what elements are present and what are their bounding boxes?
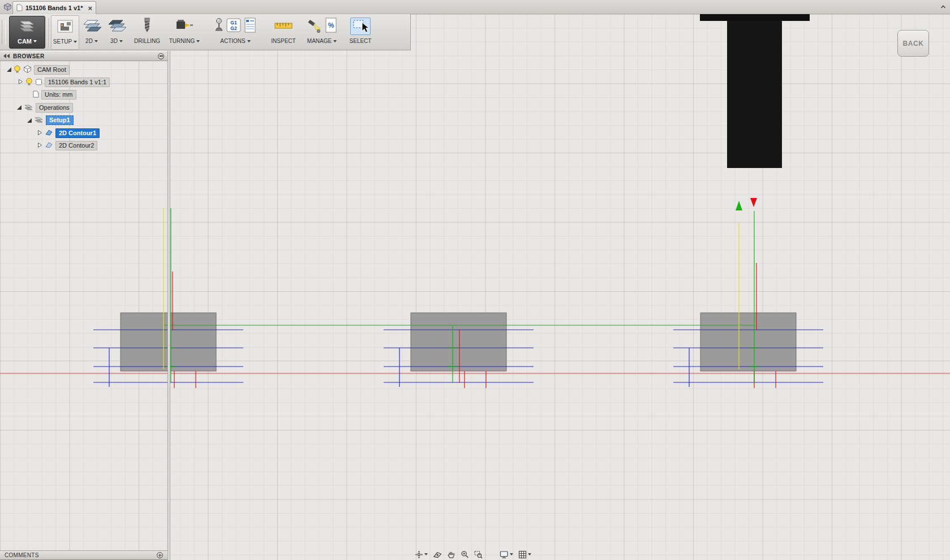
tree-item-label[interactable]: Operations bbox=[36, 103, 73, 113]
browser-tree: CAM Root 151106 Bands 1 v1:1 bbox=[0, 61, 167, 152]
chevron-down-icon bbox=[94, 40, 98, 42]
tree-item-2d-contour1[interactable]: 2D Contour1 bbox=[0, 127, 167, 139]
setup-sheet-icon bbox=[244, 17, 256, 36]
drilling-button[interactable]: DRILLING bbox=[129, 15, 165, 50]
workpiece-2[interactable] bbox=[411, 313, 506, 371]
collapse-ribbon-button[interactable] bbox=[938, 2, 948, 12]
2d-button-label: 2D bbox=[85, 38, 93, 44]
3d-milling-button[interactable]: 3D bbox=[104, 15, 129, 50]
setup-node-icon bbox=[34, 116, 44, 124]
contour-operation-icon bbox=[45, 129, 53, 137]
visibility-bulb-icon[interactable] bbox=[25, 77, 33, 87]
cam-ribbon-toolbar: CAM SETUP 2D 3D bbox=[0, 14, 411, 50]
expand-triangle-icon[interactable] bbox=[17, 105, 22, 110]
tool-library-icon bbox=[307, 17, 322, 36]
view-navigation-bar bbox=[415, 550, 531, 559]
cam-viewport[interactable]: CAM SETUP 2D 3D bbox=[0, 14, 950, 560]
drilling-button-label: DRILLING bbox=[134, 38, 160, 44]
grid-settings-button[interactable] bbox=[518, 550, 531, 559]
collapse-triangle-icon[interactable] bbox=[37, 130, 42, 137]
tree-item-label[interactable]: 2D Contour1 bbox=[55, 128, 100, 138]
collapse-browser-icon[interactable] bbox=[158, 53, 164, 59]
tree-item-label[interactable]: CAM Root bbox=[34, 65, 70, 75]
actions-button[interactable]: G1G2 ACTIONS bbox=[204, 15, 267, 50]
look-at-button[interactable] bbox=[433, 550, 442, 559]
inspect-button-label: INSPECT bbox=[271, 38, 295, 44]
collapse-triangle-icon[interactable] bbox=[37, 142, 42, 149]
inspect-button[interactable]: INSPECT bbox=[267, 15, 300, 50]
toolbar-grip-handle[interactable] bbox=[2, 20, 6, 44]
orbit-icon bbox=[415, 550, 423, 559]
post-process-icon: G1G2 bbox=[226, 17, 241, 36]
machining-time-icon: % bbox=[325, 17, 337, 36]
tree-item-model[interactable]: 151106 Bands 1 v1:1 bbox=[0, 76, 167, 88]
chevron-down-icon bbox=[333, 40, 337, 42]
workpiece-3[interactable] bbox=[700, 313, 796, 371]
manage-button[interactable]: % MANAGE bbox=[300, 15, 344, 50]
tree-item-units[interactable]: Units: mm bbox=[0, 89, 167, 101]
tree-item-label[interactable]: 2D Contour2 bbox=[55, 141, 97, 150]
setup-button[interactable]: SETUP bbox=[51, 15, 79, 50]
expand-triangle-icon[interactable] bbox=[27, 118, 32, 123]
2d-milling-icon bbox=[82, 18, 101, 36]
visibility-bulb-icon[interactable] bbox=[14, 65, 21, 75]
panel-resize-handle[interactable] bbox=[167, 51, 170, 560]
collapse-panel-icon[interactable] bbox=[3, 54, 10, 58]
comments-title: COMMENTS bbox=[5, 552, 153, 558]
toolbar-separator bbox=[49, 18, 49, 47]
selection-rect-icon bbox=[354, 20, 363, 28]
document-tab[interactable]: 151106 Bands 1 v1* × bbox=[12, 1, 96, 14]
axis-direction-arrows bbox=[736, 198, 757, 210]
chevron-down-icon bbox=[424, 553, 428, 555]
tree-item-label[interactable]: Setup1 bbox=[46, 115, 74, 125]
3d-button-label: 3D bbox=[110, 38, 118, 44]
expand-triangle-icon[interactable] bbox=[7, 67, 11, 72]
chevron-down-icon bbox=[510, 553, 513, 555]
fusion-cam-window: 151106 Bands 1 v1* × bbox=[0, 0, 950, 560]
viewcube-back-face[interactable]: BACK bbox=[897, 30, 929, 57]
zoom-window-button[interactable] bbox=[474, 550, 483, 559]
units-page-icon bbox=[33, 91, 39, 99]
actions-button-label: ACTIONS bbox=[220, 38, 245, 44]
tree-item-label[interactable]: Units: mm bbox=[41, 90, 76, 100]
look-at-icon bbox=[433, 550, 442, 559]
measure-ruler-icon bbox=[274, 18, 293, 36]
pan-button[interactable] bbox=[447, 550, 455, 559]
mouse-cursor bbox=[362, 23, 369, 32]
chevron-down-icon bbox=[528, 553, 531, 555]
tree-item-cam-root[interactable]: CAM Root bbox=[0, 63, 167, 76]
zoom-button[interactable] bbox=[461, 550, 469, 559]
expand-comments-icon[interactable] bbox=[157, 552, 163, 558]
turning-button[interactable]: TURNING bbox=[165, 15, 204, 50]
svg-text:G1: G1 bbox=[230, 20, 237, 25]
tab-document-icon bbox=[16, 4, 23, 12]
operations-icon bbox=[24, 104, 33, 112]
select-button[interactable]: SELECT bbox=[344, 15, 377, 50]
tree-item-2d-contour2[interactable]: 2D Contour2 bbox=[0, 139, 167, 152]
browser-title: BROWSER bbox=[13, 53, 154, 59]
cam-workspace-button[interactable]: CAM bbox=[9, 16, 45, 49]
zoom-window-icon bbox=[474, 550, 483, 559]
close-tab-icon[interactable]: × bbox=[88, 5, 92, 12]
grid-icon bbox=[518, 550, 527, 559]
orbit-button[interactable] bbox=[415, 550, 428, 559]
tree-item-label[interactable]: 151106 Bands 1 v1:1 bbox=[45, 77, 110, 87]
cam-workspace-icon bbox=[18, 20, 37, 36]
browser-header[interactable]: BROWSER bbox=[0, 51, 167, 61]
pan-hand-icon bbox=[447, 550, 455, 559]
2d-milling-button[interactable]: 2D bbox=[79, 15, 104, 50]
collapse-triangle-icon[interactable] bbox=[18, 79, 23, 86]
cam-button-label: CAM bbox=[18, 38, 32, 45]
display-settings-button[interactable] bbox=[500, 550, 513, 559]
tree-item-setup1[interactable]: Setup1 bbox=[0, 114, 167, 127]
contour-operation-icon bbox=[45, 141, 53, 150]
svg-text:G2: G2 bbox=[230, 25, 237, 31]
chevron-down-icon bbox=[33, 40, 37, 42]
tree-item-operations[interactable]: Operations bbox=[0, 101, 167, 114]
chevron-down-icon bbox=[74, 41, 77, 43]
component-cube-icon bbox=[23, 65, 32, 75]
chevron-down-icon bbox=[196, 40, 200, 42]
body-icon bbox=[35, 78, 42, 87]
chevron-down-icon bbox=[119, 40, 123, 42]
comments-bar[interactable]: COMMENTS bbox=[0, 550, 167, 560]
